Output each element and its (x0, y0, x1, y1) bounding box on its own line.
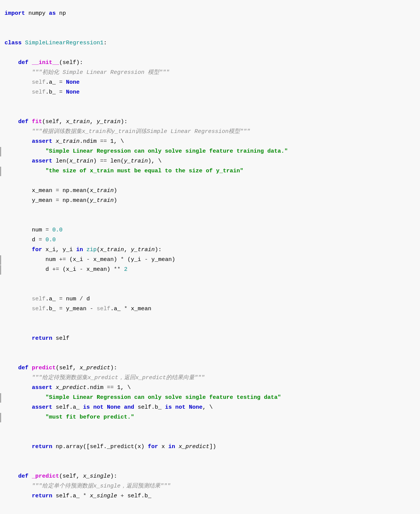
line-return-calc: return self.a_ * x_single + self.b_ (0, 492, 420, 502)
line-def-fit: def fit(self, x_train, y_train): (0, 117, 420, 127)
line-self-b: self.b_ = None (0, 88, 420, 98)
class-definition: class SimpleLinearRegression1: (0, 39, 107, 48)
line-blank-6 (0, 177, 420, 186)
d-zero: d = 0.0 (0, 236, 56, 245)
line-self-a-calc: self.a_ = num / d (0, 295, 420, 305)
self-a-none: self.a_ = None (0, 78, 80, 87)
assert-str-must-fit: "must fit before predict." (0, 413, 134, 422)
self-b-none: self.b_ = None (0, 88, 80, 97)
line-num-plus: num += (x_i - x_mean) * (y_i - y_mean) (0, 255, 420, 265)
y-mean-calc: y_mean = np.mean(y_train) (0, 196, 117, 206)
line-assert-predict-1: assert x_predict.ndim == 1, \ (0, 383, 420, 393)
line-blank-15 (0, 423, 420, 433)
assert-self-ab: assert self.a_ is not None and self.b_ i… (0, 403, 213, 412)
line-class: class SimpleLinearRegression1: (0, 39, 420, 48)
line-blank-14 (0, 354, 420, 364)
docstring-init-text: """初始化 Simple Linear Regression 模型""" (0, 68, 169, 78)
line-for-loop: for x_i, y_i in zip(x_train, y_train): (0, 245, 420, 255)
code-editor: import numpy as np class SimpleLinearReg… (0, 6, 420, 514)
line-self-b-calc: self.b_ = y_mean - self.a_ * x_mean (0, 305, 420, 314)
line-x-mean: x_mean = np.mean(x_train) (0, 186, 420, 196)
docstring-predict-text: """给定待预测数据集x_predict，返回x_predict的结果向量""" (0, 373, 205, 383)
docstring-private-text: """给定单个待预测数据x_single，返回预测结果""" (0, 482, 171, 491)
def-fit: def fit(self, x_train, y_train): (0, 117, 127, 127)
line-self-a: self.a_ = None (0, 78, 420, 88)
line-blank-19 (0, 502, 420, 511)
line-d-zero: d = 0.0 (0, 236, 420, 245)
return-calculation: return self.a_ * x_single + self.b_ (0, 492, 151, 501)
return-self: return self (0, 334, 69, 344)
line-blank-5 (0, 108, 420, 117)
assert-str-training: "Simple Linear Regression can only solve… (0, 147, 288, 156)
self-a-calculation: self.a_ = num / d (0, 295, 90, 304)
d-accumulate: d += (x_i - x_mean) ** 2 (0, 265, 127, 275)
line-blank-18 (0, 462, 420, 472)
assert-len: assert len(x_train) == len(y_train), \ (0, 157, 161, 166)
line-blank-20 (0, 511, 420, 514)
line-docstring-fit: """根据训练数据集x_train和y_train训练Simple Linear… (0, 127, 420, 137)
line-blank-9 (0, 275, 420, 285)
self-b-calculation: self.b_ = y_mean - self.a_ * x_mean (0, 305, 151, 314)
line-blank-13 (0, 344, 420, 354)
line-blank-17 (0, 452, 420, 462)
assert-str-size: "the size of x_train must be equal to th… (0, 167, 243, 176)
line-assert-str-2: "the size of x_train must be equal to th… (0, 167, 420, 177)
assert-predict-ndim: assert x_predict.ndim == 1, \ (0, 383, 131, 393)
line-def-init: def __init__(self): (0, 58, 420, 68)
line-def-private-predict: def _predict(self, x_single): (0, 472, 420, 482)
line-assert-str-predict: "Simple Linear Regression can only solve… (0, 393, 420, 403)
line-assert-str-fit: "must fit before predict." (0, 413, 420, 423)
num-zero: num = 0.0 (0, 226, 63, 235)
num-accumulate: num += (x_i - x_mean) * (y_i - y_mean) (0, 255, 175, 265)
x-mean-calc: x_mean = np.mean(x_train) (0, 186, 117, 196)
docstring-fit-text: """根据训练数据集x_train和y_train训练Simple Linear… (0, 127, 250, 137)
line-docstring-predict: """给定待预测数据集x_predict，返回x_predict的结果向量""" (0, 373, 420, 383)
line-blank-7 (0, 206, 420, 216)
def-predict: def predict(self, x_predict): (0, 364, 117, 373)
def-init: def __init__(self): (0, 58, 83, 68)
line-num-zero: num = 0.0 (0, 226, 420, 236)
line-1-content: import numpy as np (0, 9, 66, 19)
line-blank-3 (0, 48, 420, 58)
def-private-predict: def _predict(self, x_single): (0, 472, 117, 481)
line-assert-predict-2: assert self.a_ is not None and self.b_ i… (0, 403, 420, 413)
line-docstring-init: """初始化 Simple Linear Regression 模型""" (0, 68, 420, 78)
line-assert-1: assert x_train.ndim == 1, \ (0, 137, 420, 147)
line-blank-11 (0, 314, 420, 324)
line-docstring-private: """给定单个待预测数据x_single，返回预测结果""" (0, 482, 420, 492)
line-d-plus: d += (x_i - x_mean) ** 2 (0, 265, 420, 275)
line-return-array: return np.array([self._predict(x) for x … (0, 442, 420, 452)
line-1: import numpy as np (0, 9, 420, 19)
return-np-array: return np.array([self._predict(x) for x … (0, 442, 216, 452)
line-blank-4 (0, 98, 420, 108)
assert-ndim: assert x_train.ndim == 1, \ (0, 137, 124, 147)
line-assert-str-1: "Simple Linear Regression can only solve… (0, 147, 420, 157)
line-def-predict: def predict(self, x_predict): (0, 364, 420, 373)
line-blank-16 (0, 433, 420, 442)
line-blank-8 (0, 216, 420, 226)
line-y-mean: y_mean = np.mean(y_train) (0, 196, 420, 206)
line-blank-10 (0, 285, 420, 295)
line-assert-2: assert len(x_train) == len(y_train), \ (0, 157, 420, 167)
for-loop: for x_i, y_i in zip(x_train, y_train): (0, 245, 161, 255)
line-blank-12 (0, 324, 420, 334)
line-return-self: return self (0, 334, 420, 344)
line-blank-2 (0, 29, 420, 39)
line-blank-1 (0, 19, 420, 29)
assert-str-testing: "Simple Linear Regression can only solve… (0, 393, 281, 403)
